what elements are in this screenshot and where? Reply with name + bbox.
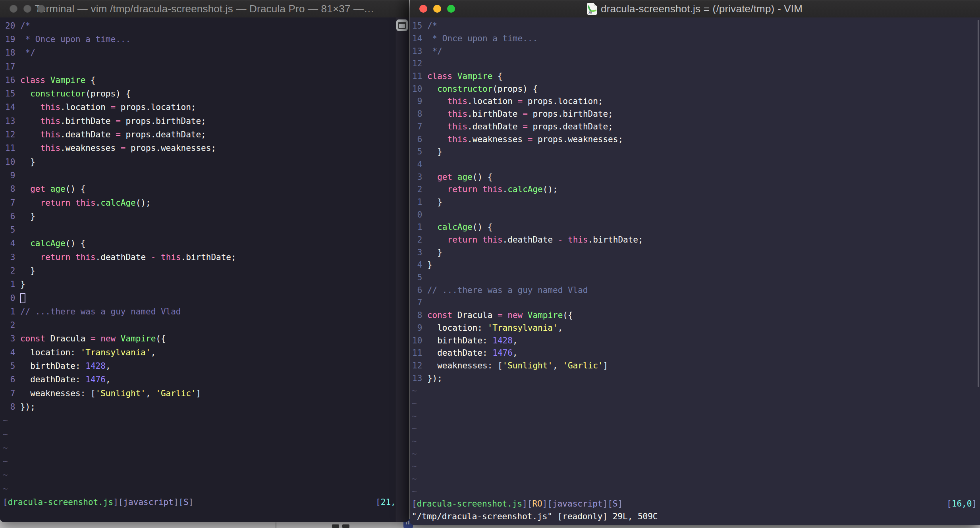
code-line: 15 constructor(props) { [0, 87, 409, 100]
code-segment: } [20, 267, 35, 275]
line-number: 2 [412, 185, 422, 194]
line-number: 11 [5, 144, 15, 152]
code-segment: () { [473, 173, 493, 181]
code-segment: /* [20, 22, 30, 30]
code-line: 3 return this.deathDate - this.birthDate… [0, 251, 409, 264]
code-segment: this [41, 131, 61, 139]
line-number: 14 [412, 35, 422, 43]
code-segment [452, 173, 457, 181]
tilde-line: ~ [0, 468, 409, 482]
code-segment [20, 253, 41, 262]
code-segment: * Once upon a time... [20, 35, 131, 44]
window-title: dracula-screenshot.js = (/private/tmp) -… [601, 3, 803, 15]
tilde-marker: ~ [3, 444, 8, 452]
code-segment: RO [532, 499, 542, 509]
tilde-marker: ~ [412, 424, 417, 433]
zoom-button[interactable] [447, 5, 455, 13]
code-segment: this [448, 97, 468, 106]
code-segment [427, 135, 448, 144]
code-segment: */ [20, 49, 35, 57]
code-segment: class [20, 76, 45, 85]
macvim-titlebar[interactable]: JS dracula-screenshot.js = (/private/tmp… [410, 0, 980, 18]
line-number: 15 [412, 22, 422, 30]
code-segment [45, 185, 50, 193]
code-line: 9 location: 'Transylvania', [410, 322, 980, 335]
code-segment: - [558, 236, 563, 244]
line-number: 3 [412, 173, 422, 181]
line-number: 18 [5, 49, 15, 57]
tilde-line: ~ [410, 435, 980, 448]
macvim-scrollbar[interactable] [978, 20, 979, 387]
code-line: 10 } [0, 155, 409, 169]
code-segment: const [20, 335, 45, 343]
tilde-marker: ~ [3, 471, 8, 479]
code-segment: = [498, 311, 503, 320]
tilde-marker: ~ [3, 457, 8, 466]
code-line: 13 */ [410, 45, 980, 58]
code-segment: javascript [552, 499, 602, 509]
line-number: 2 [5, 267, 15, 275]
code-segment: Vampire [50, 76, 86, 85]
code-line: 1 } [410, 196, 980, 209]
code-line: 8 get age() { [0, 183, 409, 196]
code-line: 7 [410, 297, 980, 309]
close-button[interactable] [419, 5, 427, 13]
vim-buffer-right[interactable]: 15/*14 * Once upon a time...13 */1211cla… [410, 17, 980, 525]
minimize-button[interactable] [433, 5, 441, 13]
code-segment: weaknesses: [ [20, 389, 96, 398]
code-segment: , [513, 337, 518, 345]
tilde-line: ~ [410, 422, 980, 435]
code-segment: } [427, 261, 432, 269]
code-segment: this [448, 123, 468, 131]
code-segment: class [427, 72, 452, 81]
line-number: 0 [412, 211, 422, 219]
code-segment: , [558, 324, 563, 332]
code-line: 13 this.birthDate = props.birthDate; [0, 114, 409, 128]
code-segment: () { [66, 185, 86, 193]
terminal-scrollbar[interactable] [395, 17, 409, 522]
tilde-marker: ~ [412, 412, 417, 420]
code-segment: Vampire [121, 335, 156, 343]
code-line: 5 [410, 272, 980, 284]
line-number: 1 [412, 223, 422, 231]
line-number: 13 [5, 117, 15, 125]
window-title: Terminal — vim /tmp/dracula-screenshot.j… [35, 3, 374, 15]
code-segment: 1428 [85, 362, 106, 370]
code-segment: 1476 [492, 349, 513, 357]
code-segment: () { [473, 223, 493, 231]
code-segment [427, 97, 448, 106]
line-number: 6 [5, 212, 15, 221]
close-button[interactable] [10, 5, 17, 13]
code-segment: { [85, 76, 95, 85]
split-pane-icon[interactable] [396, 19, 408, 31]
code-segment: props.deathDate; [528, 123, 613, 131]
code-line: 14 this.location = props.location; [0, 101, 409, 114]
code-line: 8const Dracula = new Vampire({ [410, 309, 980, 322]
code-line: 11class Vampire { [410, 70, 980, 83]
macvim-window[interactable]: JS dracula-screenshot.js = (/private/tmp… [410, 0, 980, 525]
code-segment: age [50, 185, 66, 193]
code-segment: location: [20, 349, 81, 357]
code-segment [20, 199, 41, 207]
code-segment: } [20, 212, 35, 221]
line-number: 6 [412, 135, 422, 144]
code-segment: = [91, 335, 96, 343]
terminal-titlebar[interactable]: Terminal — vim /tmp/dracula-screenshot.j… [0, 0, 409, 18]
vim-buffer-left[interactable]: 20/*19 * Once upon a time...18 */1716cla… [0, 17, 409, 522]
code-line: 8 this.birthDate = props.birthDate; [410, 108, 980, 121]
code-segment: birthDate: [20, 362, 85, 370]
minimize-button[interactable] [23, 5, 31, 13]
tilde-marker: ~ [412, 450, 417, 458]
terminal-window[interactable]: Terminal — vim /tmp/dracula-screenshot.j… [0, 0, 409, 522]
code-line: 1 calcAge() { [410, 221, 980, 234]
code-segment: (); [543, 185, 558, 194]
code-line: 6// ...there was a guy named Vlad [410, 284, 980, 297]
code-segment: 'Garlic' [563, 362, 603, 370]
code-segment [427, 85, 437, 93]
zoom-button[interactable] [37, 5, 45, 13]
code-segment: } [427, 148, 442, 156]
code-segment: 'Transylvania' [81, 349, 151, 357]
code-segment: = [518, 97, 523, 106]
code-segment: (); [136, 199, 151, 207]
line-number: 1 [5, 280, 15, 289]
